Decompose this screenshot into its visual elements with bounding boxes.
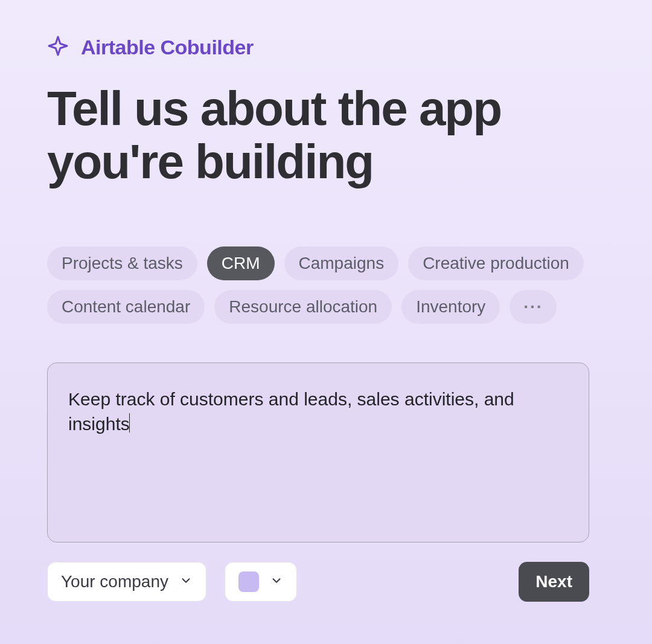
company-select[interactable]: Your company (47, 562, 206, 602)
brand-row: Airtable Cobuilder (47, 35, 605, 59)
chip-campaigns[interactable]: Campaigns (284, 246, 399, 280)
sparkle-icon (47, 35, 69, 59)
chip-content-calendar[interactable]: Content calendar (47, 290, 205, 324)
prompt-text: Keep track of customers and leads, sales… (68, 389, 514, 434)
page-title: Tell us about the app you're building (47, 82, 605, 188)
bottom-controls: Your company Next (47, 562, 589, 602)
chip-inventory[interactable]: Inventory (401, 290, 500, 324)
chip-crm[interactable]: CRM (207, 246, 275, 280)
template-chip-row: Projects & tasks CRM Campaigns Creative … (47, 246, 605, 324)
chevron-down-icon (270, 574, 283, 590)
chip-projects-tasks[interactable]: Projects & tasks (47, 246, 197, 280)
chip-more[interactable]: ··· (510, 290, 557, 324)
chip-resource-allocation[interactable]: Resource allocation (214, 290, 392, 324)
color-select[interactable] (225, 562, 297, 602)
color-swatch (238, 572, 259, 592)
next-button[interactable]: Next (519, 562, 589, 602)
company-select-label: Your company (61, 572, 168, 591)
text-cursor (129, 413, 130, 433)
prompt-textarea[interactable]: Keep track of customers and leads, sales… (47, 362, 589, 543)
chip-creative-production[interactable]: Creative production (408, 246, 584, 280)
brand-label: Airtable Cobuilder (81, 36, 254, 59)
chevron-down-icon (179, 574, 193, 590)
